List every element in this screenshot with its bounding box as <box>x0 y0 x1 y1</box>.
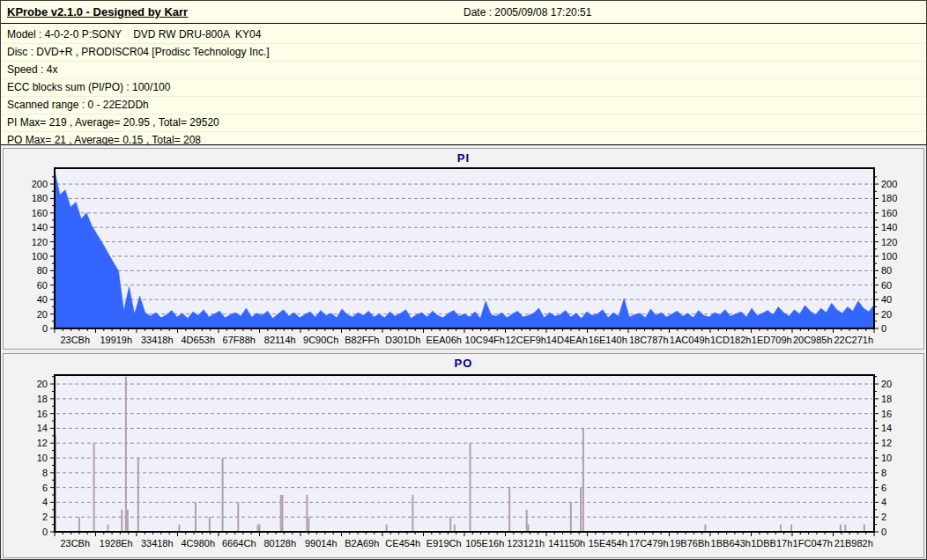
pi-chart-title: PI <box>4 151 923 165</box>
svg-text:4D653h: 4D653h <box>181 335 215 345</box>
svg-text:16: 16 <box>37 409 48 419</box>
svg-text:23CBh: 23CBh <box>60 538 90 549</box>
svg-text:B82FFh: B82FFh <box>345 335 379 345</box>
kprobe-report-window: KProbe v2.1.0 - Designed by Karr Date : … <box>0 0 927 560</box>
svg-text:12: 12 <box>881 438 892 448</box>
svg-text:19919h: 19919h <box>100 335 132 345</box>
svg-text:1DBB17h: 1DBB17h <box>751 538 792 549</box>
svg-text:80: 80 <box>881 265 892 276</box>
svg-text:8: 8 <box>42 468 48 478</box>
svg-text:180: 180 <box>881 193 897 203</box>
svg-text:10C94Fh: 10C94Fh <box>465 335 505 345</box>
report-header: KProbe v2.1.0 - Designed by Karr Date : … <box>1 1 926 24</box>
svg-text:1CD182h: 1CD182h <box>710 335 751 345</box>
svg-text:4C980h: 4C980h <box>181 538 215 549</box>
svg-text:18: 18 <box>881 394 892 404</box>
svg-text:2: 2 <box>42 512 48 522</box>
svg-text:33418h: 33418h <box>141 538 174 549</box>
svg-text:18: 18 <box>37 394 48 404</box>
svg-text:6664Ch: 6664Ch <box>222 538 256 549</box>
svg-text:B2A69h: B2A69h <box>345 538 379 549</box>
svg-text:60: 60 <box>881 280 892 291</box>
svg-text:120: 120 <box>881 237 897 247</box>
svg-text:0: 0 <box>881 323 886 334</box>
svg-text:6: 6 <box>881 483 886 493</box>
charts-area: PI 0020204040606080801001001201201401401… <box>1 144 926 560</box>
svg-text:67F88h: 67F88h <box>223 335 256 345</box>
svg-text:200: 200 <box>881 179 897 189</box>
scan-info-panel: Model : 4-0-2-0 P:SONY DVD RW DRU-800A K… <box>1 24 926 147</box>
plot-area <box>55 168 874 328</box>
info-line: Model : 4-0-2-0 P:SONY DVD RW DRU-800A K… <box>1 26 926 44</box>
svg-text:4: 4 <box>881 497 886 507</box>
po-chart-svg: 002244668810101212141416161818202023CBh1… <box>4 370 922 555</box>
svg-text:20: 20 <box>881 309 892 320</box>
svg-text:D301Dh: D301Dh <box>385 335 420 345</box>
svg-text:1FC047h: 1FC047h <box>793 538 833 549</box>
svg-text:10: 10 <box>37 453 48 463</box>
svg-text:80: 80 <box>37 265 48 276</box>
svg-text:10: 10 <box>881 453 892 463</box>
svg-text:100: 100 <box>881 251 897 262</box>
svg-text:60: 60 <box>37 280 48 291</box>
svg-text:9C90Ch: 9C90Ch <box>303 335 338 345</box>
svg-text:0: 0 <box>42 527 48 537</box>
svg-text:15E454h: 15E454h <box>589 538 627 549</box>
svg-text:82114h: 82114h <box>264 335 296 345</box>
svg-text:105E16h: 105E16h <box>465 538 504 549</box>
svg-text:33418h: 33418h <box>141 335 174 345</box>
pi-chart-panel: PI 0020204040606080801001001201201401401… <box>3 148 924 350</box>
svg-text:80128h: 80128h <box>263 538 296 549</box>
svg-text:40: 40 <box>881 294 892 305</box>
pi-chart-svg: 0020204040606080801001001201201401401601… <box>4 165 922 346</box>
svg-text:20: 20 <box>881 379 892 389</box>
svg-text:22C271h: 22C271h <box>834 335 873 345</box>
svg-text:20: 20 <box>37 379 48 389</box>
svg-text:1928Eh: 1928Eh <box>100 538 133 549</box>
svg-text:160: 160 <box>881 208 897 218</box>
svg-text:140: 140 <box>881 222 897 232</box>
svg-text:20: 20 <box>37 309 48 320</box>
svg-text:14: 14 <box>37 423 48 433</box>
svg-text:180: 180 <box>32 193 48 203</box>
scan-date: Date : 2005/09/08 17:20:51 <box>464 6 591 18</box>
svg-text:1AC049h: 1AC049h <box>670 335 710 345</box>
svg-text:19B76Bh: 19B76Bh <box>670 538 709 549</box>
svg-text:1BB643h: 1BB643h <box>711 538 751 549</box>
svg-text:100: 100 <box>32 251 48 262</box>
info-line: PI Max= 219 , Average= 20.95 , Total= 29… <box>1 114 926 132</box>
svg-text:1ED709h: 1ED709h <box>752 335 792 345</box>
svg-text:99014h: 99014h <box>305 538 337 549</box>
app-title: KProbe v2.1.0 - Designed by Karr <box>7 5 188 18</box>
po-chart-panel: PO 002244668810101212141416161818202023C… <box>3 353 924 558</box>
svg-text:16: 16 <box>881 409 892 419</box>
svg-text:200: 200 <box>32 179 48 189</box>
svg-text:123121h: 123121h <box>507 538 545 549</box>
x-axis-labels: 23CBh19919h33418h4D653h67F88h82114h9C90C… <box>60 335 873 345</box>
svg-text:16E140h: 16E140h <box>589 335 627 345</box>
svg-text:140: 140 <box>32 222 48 232</box>
info-line: ECC blocks sum (PI/PO) : 100/100 <box>1 79 926 97</box>
svg-text:141150h: 141150h <box>548 538 585 549</box>
svg-text:E919Ch: E919Ch <box>426 538 462 549</box>
svg-text:8: 8 <box>881 468 886 478</box>
svg-text:12CEF9h: 12CEF9h <box>506 335 546 345</box>
svg-text:12: 12 <box>37 438 48 448</box>
svg-text:0: 0 <box>881 527 886 537</box>
x-axis-labels: 23CBh1928Eh33418h4C980h6664Ch80128h99014… <box>60 538 872 549</box>
svg-text:17C479h: 17C479h <box>629 538 669 549</box>
info-line: Speed : 4x <box>1 62 926 79</box>
svg-text:2: 2 <box>881 512 886 522</box>
svg-text:21B982h: 21B982h <box>834 538 873 549</box>
svg-text:4: 4 <box>42 497 48 507</box>
svg-text:CE454h: CE454h <box>385 538 420 549</box>
svg-text:160: 160 <box>32 208 48 218</box>
svg-text:20C985h: 20C985h <box>793 335 833 345</box>
svg-text:40: 40 <box>37 294 48 305</box>
svg-text:14: 14 <box>881 423 892 433</box>
svg-text:EEA06h: EEA06h <box>426 335 462 345</box>
svg-text:0: 0 <box>42 323 48 334</box>
svg-text:23CBh: 23CBh <box>60 335 90 345</box>
info-line: Disc : DVD+R , PRODISCR04 [Prodisc Techn… <box>1 44 926 62</box>
svg-text:120: 120 <box>32 237 48 247</box>
